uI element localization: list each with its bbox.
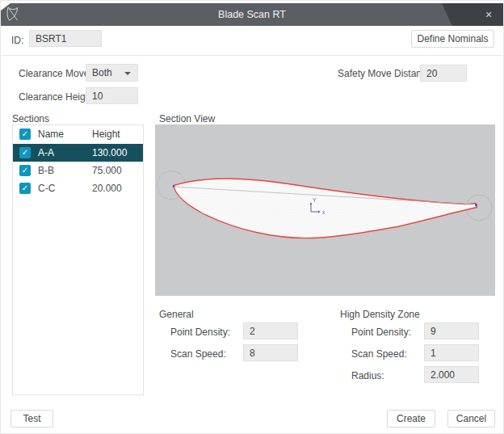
high-density-group-label: High Density Zone bbox=[340, 309, 420, 320]
section-view-canvas[interactable]: Y x bbox=[155, 124, 495, 296]
sections-label: Sections bbox=[12, 113, 49, 124]
hdz-scan-speed-input[interactable] bbox=[424, 344, 479, 361]
column-header-name[interactable]: Name bbox=[38, 125, 64, 144]
sections-header-row: ✓ Name Height bbox=[13, 125, 143, 144]
section-name: C-C bbox=[38, 179, 55, 197]
trailing-edge-point bbox=[475, 204, 477, 206]
general-group-label: General bbox=[159, 309, 194, 320]
hdz-scan-speed-label: Scan Speed: bbox=[351, 348, 407, 360]
define-nominals-button[interactable]: Define Nominals bbox=[411, 30, 494, 48]
header-separator bbox=[2, 55, 502, 56]
airfoil-section-graphic: Y x bbox=[155, 124, 495, 296]
axis-y-label: Y bbox=[313, 197, 317, 203]
column-header-height[interactable]: Height bbox=[92, 125, 120, 144]
blade-logo-icon bbox=[4, 5, 23, 24]
section-height: 75.000 bbox=[92, 162, 122, 179]
hdz-point-density-input[interactable] bbox=[424, 322, 479, 339]
section-name: B-B bbox=[38, 162, 54, 179]
id-label: ID: bbox=[11, 35, 23, 46]
general-point-density-label: Point Density: bbox=[170, 327, 230, 338]
clearance-height-label: Clearance Height: bbox=[19, 91, 96, 103]
hdz-radius-label: Radius: bbox=[351, 370, 384, 381]
section-row-b-b[interactable]: ✓ B-B 75.000 bbox=[13, 162, 143, 179]
hdz-point-density-label: Point Density: bbox=[351, 327, 411, 338]
close-icon[interactable]: ✕ bbox=[480, 3, 498, 26]
blade-scan-dialog: Blade Scan RT ✕ ID: Define Nominals Clea… bbox=[0, 0, 504, 434]
section-view-label: Section View bbox=[159, 113, 215, 124]
id-input[interactable] bbox=[29, 30, 102, 47]
cancel-button[interactable]: Cancel bbox=[447, 410, 495, 428]
window-title: Blade Scan RT bbox=[1, 3, 503, 26]
hdz-radius-input[interactable] bbox=[424, 366, 479, 383]
airfoil-outline bbox=[174, 179, 477, 238]
section-checkbox[interactable]: ✓ bbox=[19, 183, 31, 194]
clearance-move-value: Both bbox=[92, 67, 112, 78]
section-name: A-A bbox=[38, 144, 54, 162]
select-all-checkbox[interactable]: ✓ bbox=[19, 129, 31, 140]
test-button[interactable]: Test bbox=[10, 410, 53, 428]
clearance-move-select[interactable]: Both bbox=[86, 64, 138, 82]
chevron-down-icon bbox=[124, 72, 131, 75]
general-scan-speed-input[interactable] bbox=[243, 344, 298, 361]
clearance-move-label: Clearance Move: bbox=[19, 68, 92, 79]
general-point-density-input[interactable] bbox=[243, 322, 298, 339]
title-bar: Blade Scan RT ✕ bbox=[1, 3, 503, 26]
create-button[interactable]: Create bbox=[387, 410, 435, 428]
clearance-height-input[interactable] bbox=[86, 87, 138, 104]
safety-move-distance-input[interactable] bbox=[420, 65, 467, 82]
section-row-c-c[interactable]: ✓ C-C 20.000 bbox=[13, 179, 143, 197]
section-height: 20.000 bbox=[92, 179, 122, 197]
leading-edge-point bbox=[173, 185, 175, 188]
sections-list: ✓ Name Height ✓ A-A 130.000 ✓ B-B 75.000… bbox=[12, 124, 144, 395]
section-checkbox[interactable]: ✓ bbox=[19, 165, 31, 176]
section-row-a-a[interactable]: ✓ A-A 130.000 bbox=[13, 144, 143, 162]
general-scan-speed-label: Scan Speed: bbox=[170, 348, 226, 360]
section-checkbox[interactable]: ✓ bbox=[19, 147, 31, 158]
section-height: 130.000 bbox=[92, 144, 127, 162]
